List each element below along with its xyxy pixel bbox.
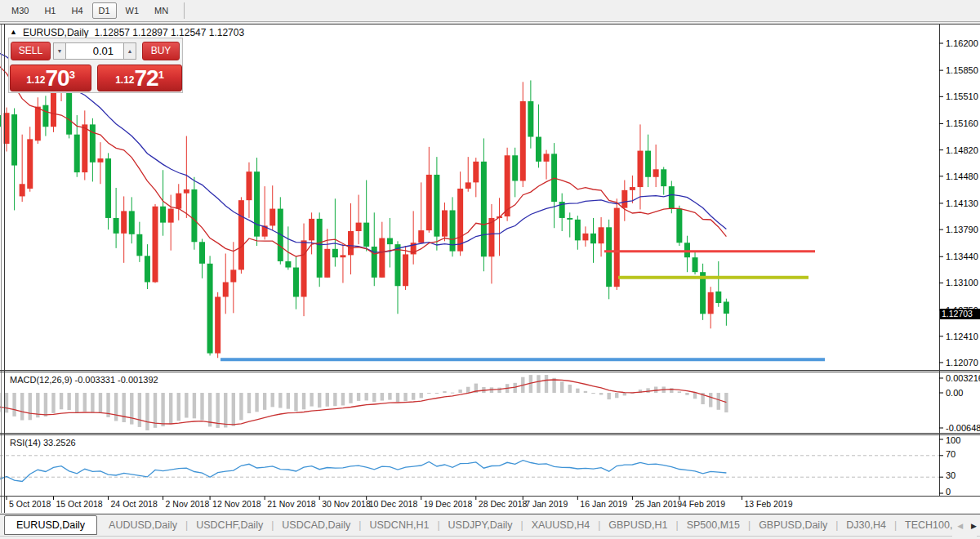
timeframe-button-d1[interactable]: D1 xyxy=(92,2,117,19)
buy-price-main: 72 xyxy=(134,66,158,91)
date-axis-label: 28 Dec 2018 xyxy=(479,499,528,509)
chart-tab-dj30-h4[interactable]: DJ30,H4 xyxy=(838,516,894,534)
date-axis-label: 24 Oct 2018 xyxy=(111,499,158,509)
volume-input[interactable] xyxy=(66,42,123,60)
chart-tab-usdjpy-daily[interactable]: USDJPY,Daily xyxy=(440,516,521,534)
price-axis-label: 1.13440 xyxy=(946,252,978,261)
date-axis-label: 15 Oct 2018 xyxy=(56,499,102,509)
price-axis-label: 1.13790 xyxy=(946,225,978,234)
chart-tab-gbpusd-daily[interactable]: GBPUSD,Daily xyxy=(751,516,835,534)
sell-price-prefix: 1.12 xyxy=(26,69,45,91)
buy-price-box[interactable]: 1.12 72 1 xyxy=(97,65,182,91)
date-axis-label: 2 Nov 2018 xyxy=(166,499,210,509)
price-axis-label: 1.12070 xyxy=(946,358,978,368)
price-axis-label: 1.16200 xyxy=(946,38,978,48)
timeframe-button-m30[interactable]: M30 xyxy=(5,2,35,19)
date-axis-label: 25 Jan 2019 xyxy=(635,499,682,509)
date-axis-label: 7 Jan 2019 xyxy=(525,499,568,509)
timeframe-button-mn[interactable]: MN xyxy=(148,2,175,19)
volume-decrease-button[interactable]: ▼ xyxy=(53,42,66,60)
price-axis-label: 1.14820 xyxy=(946,145,978,155)
price-axis-label: 1.12410 xyxy=(946,332,978,341)
date-axis-label: 12 Nov 2018 xyxy=(212,499,261,509)
tab-scroll-left-icon[interactable]: ◀ xyxy=(957,522,963,530)
chart-symbol-label: EURUSD,Daily xyxy=(23,27,89,38)
sell-button[interactable]: SELL xyxy=(11,42,51,60)
timeframe-button-h4[interactable]: H4 xyxy=(65,2,89,19)
date-axis-label: 13 Feb 2019 xyxy=(745,499,793,509)
sell-price-box[interactable]: 1.12 70 3 xyxy=(10,65,91,91)
rsi-axis-label: 70 xyxy=(946,449,956,459)
timeframe-button-w1[interactable]: W1 xyxy=(119,2,146,19)
chart-tab-bar: EURUSD,DailyAUDUSD,Daily|USDCHF,Daily|US… xyxy=(0,514,980,537)
date-axis-label: 21 Nov 2018 xyxy=(267,499,316,509)
sell-price-main: 70 xyxy=(45,66,69,91)
chart-tab-eurusd-daily[interactable]: EURUSD,Daily xyxy=(4,515,97,535)
toolbar-divider xyxy=(184,2,185,19)
price-axis-label: 1.14130 xyxy=(946,198,978,208)
date-axis: 5 Oct 201815 Oct 201824 Oct 20182 Nov 20… xyxy=(7,497,793,509)
date-axis-label: 10 Dec 2018 xyxy=(369,499,418,509)
date-axis-label: 5 Oct 2018 xyxy=(9,499,51,509)
macd-indicator-label: MACD(12,26,9) -0.003331 -0.001392 xyxy=(10,375,158,385)
chart-tab-usdcnh-h1[interactable]: USDCNH,H1 xyxy=(361,516,437,534)
date-axis-label: 4 Feb 2019 xyxy=(682,499,725,509)
buy-price-pip: 1 xyxy=(158,70,164,80)
price-axis-label: 1.15850 xyxy=(946,65,978,75)
volume-increase-button[interactable]: ▲ xyxy=(123,42,136,60)
price-axis-label: 1.15510 xyxy=(946,91,978,101)
macd-axis-label: 0.00 xyxy=(946,388,963,398)
rsi-axis-label: 100 xyxy=(946,435,960,445)
macd-axis-label: 0.003216 xyxy=(946,373,980,383)
buy-price-prefix: 1.12 xyxy=(115,69,134,91)
chart-tab-gbpusd-h1[interactable]: GBPUSD,H1 xyxy=(600,516,675,534)
buy-button[interactable]: BUY xyxy=(142,42,180,60)
chart-tab-audusd-daily[interactable]: AUDUSD,Daily xyxy=(100,516,185,534)
macd-axis-label: -0.006485 xyxy=(946,423,980,433)
timeframe-button-h1[interactable]: H1 xyxy=(38,2,62,19)
price-axis-label: 1.15160 xyxy=(946,118,978,128)
rsi-axis-label: 0 xyxy=(946,487,951,497)
one-click-trading-panel: SELL ▼ ▲ BUY 1.12 70 3 1.12 72 1 xyxy=(8,38,183,93)
chart-tab-usdchf-daily[interactable]: USDCHF,Daily xyxy=(188,516,271,534)
date-axis-label: 19 Dec 2018 xyxy=(424,499,473,509)
rsi-axis-label: 30 xyxy=(946,470,956,480)
current-price-tag: 1.12703 xyxy=(940,309,980,319)
chart-tab-usdcad-daily[interactable]: USDCAD,Daily xyxy=(274,516,359,534)
chart-tab-tech100-h1[interactable]: TECH100,H1 xyxy=(897,516,956,534)
chart-header: ▲ EURUSD,Daily 1.12857 1.12897 1.12547 1… xyxy=(10,27,244,38)
tab-scroll-right-icon[interactable]: ▶ xyxy=(971,522,977,530)
price-axis-label: 1.14480 xyxy=(946,172,978,181)
date-axis-label: 16 Jan 2019 xyxy=(580,499,627,509)
timeframe-toolbar: M30H1H4D1W1MN xyxy=(0,0,980,22)
price-axis-label: 1.13100 xyxy=(946,278,978,287)
rsi-indicator-label: RSI(14) 33.2526 xyxy=(10,438,76,448)
chart-tab-sp500-m15[interactable]: SP500,M15 xyxy=(679,516,748,534)
sell-price-pip: 3 xyxy=(69,70,75,80)
chart-tab-xauusd-h4[interactable]: XAUUSD,H4 xyxy=(523,516,599,534)
date-axis-label: 30 Nov 2018 xyxy=(322,499,371,509)
chart-ohlc-values: 1.12857 1.12897 1.12547 1.12703 xyxy=(95,27,245,38)
chart-cursor-icon: ▲ xyxy=(10,28,17,36)
